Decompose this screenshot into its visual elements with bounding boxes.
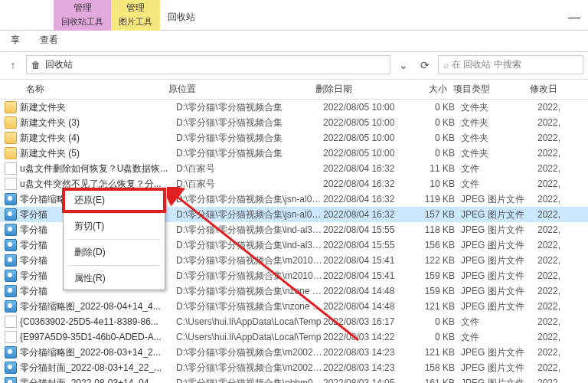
cell-type: JPEG 图片文件: [461, 270, 537, 283]
toolbar-view[interactable]: 查看: [40, 34, 58, 47]
cell-mod: 2022,: [537, 117, 583, 128]
header-type[interactable]: 项目类型: [453, 83, 530, 96]
cell-type: JPEG 图片文件: [461, 239, 537, 252]
search-input[interactable]: ⌕ 在 回收站 中搜索: [438, 55, 583, 74]
cell-date: 2022/08/04 16:32: [323, 194, 415, 205]
table-row[interactable]: {E997A5D9-35D1-46b0-ADED-A...C:\Users\hu…: [0, 329, 588, 345]
cell-size: 0 KB: [415, 117, 461, 128]
cell-location: D:\零分猫\零分猫视频合集\m2010j19sc...: [176, 254, 323, 267]
ctx-props[interactable]: 属性(R): [64, 267, 165, 290]
minimize-icon[interactable]: —: [560, 0, 588, 28]
cell-name: 零分猫缩略图_2022-08-04+14_4...: [20, 300, 176, 313]
cell-date: 2022/08/04 15:41: [323, 255, 415, 266]
cell-name: 零分猫缩略图_2022-08-03+14_2...: [20, 346, 176, 359]
cell-size: 0 KB: [415, 148, 461, 159]
cell-type: JPEG 图片文件: [461, 285, 537, 298]
cell-mod: 2022,: [537, 301, 583, 312]
up-icon[interactable]: ↑: [5, 59, 21, 71]
cell-size: 158 KB: [415, 362, 461, 373]
context-menu: 还原(E) 剪切(T) 删除(D) 属性(R): [63, 188, 165, 290]
image-icon: [5, 346, 17, 358]
image-icon: [5, 285, 17, 297]
cell-mod: 2022,: [537, 194, 583, 205]
cell-location: C:\Users\hui.li\AppData\Local\Temp: [176, 332, 323, 342]
cell-type: 文件夹: [461, 147, 537, 160]
toolbar-share[interactable]: 享: [11, 34, 20, 47]
cell-location: C:\Users\hui.li\AppData\Local\Temp: [176, 316, 323, 327]
ribbon-tab-recycle[interactable]: 回收站: [160, 0, 203, 27]
table-row[interactable]: 零分猫缩略图_2022-08-03+14_2...D:\零分猫\零分猫视频合集\…: [0, 345, 588, 360]
table-row[interactable]: 新建文件夹D:\零分猫\零分猫视频合集2022/08/05 10:000 KB文…: [0, 100, 588, 115]
cell-size: 122 KB: [415, 255, 461, 266]
header-name[interactable]: 名称: [5, 83, 168, 96]
folder-icon: [5, 147, 17, 159]
ctx-separator: [68, 213, 160, 214]
cell-date: 2022/08/03 16:17: [323, 316, 415, 327]
cell-mod: 2022,: [537, 286, 583, 296]
cell-mod: 2022,: [537, 255, 583, 266]
header-date[interactable]: 删除日期: [315, 83, 407, 96]
cell-location: D:\零分猫\零分猫视频合集: [176, 132, 323, 145]
breadcrumb[interactable]: 🗑 回收站: [26, 55, 390, 74]
cell-type: 文件: [461, 331, 537, 344]
cell-type: JPEG 图片文件: [461, 224, 537, 237]
cell-type: 文件夹: [461, 132, 537, 145]
cell-date: 2022/08/04 15:55: [323, 240, 415, 250]
ribbon-tab-manage2[interactable]: 管理 图片工具: [111, 0, 160, 31]
cell-date: 2022/08/05 10:00: [323, 117, 415, 128]
image-icon: [5, 300, 17, 313]
table-row[interactable]: 零分猫封面_2022-08-03+14_04_...D:\零分猫\零分猫视频合集…: [0, 375, 588, 383]
header-modified[interactable]: 修改日: [530, 83, 583, 96]
table-row[interactable]: 新建文件夹 (5)D:\零分猫\零分猫视频合集2022/08/05 10:000…: [0, 146, 588, 161]
cell-name: {C0363902-25D5-4e11-8389-86...: [20, 316, 176, 327]
table-row[interactable]: u盘文件删除如何恢复？U盘数据恢...D:\百家号2022/08/04 16:3…: [0, 161, 588, 176]
ribbon-tab-label: 管理: [61, 2, 103, 15]
dropdown-icon[interactable]: ⌄: [395, 59, 412, 71]
cell-size: 0 KB: [415, 102, 461, 113]
cell-date: 2022/08/04 14:48: [323, 286, 415, 296]
nav-row: ↑ 🗑 回收站 ⌄ ⟳ ⌕ 在 回收站 中搜索: [0, 52, 588, 80]
column-headers: 名称 原位置 删除日期 大小 项目类型 修改日: [0, 80, 588, 100]
cell-date: 2022/08/04 16:32: [323, 163, 415, 174]
header-size[interactable]: 大小: [407, 83, 453, 96]
ctx-cut[interactable]: 剪切(T): [64, 215, 165, 237]
ribbon-tab-manage1[interactable]: 管理 回收站工具: [54, 0, 111, 31]
ribbon-spacer: [0, 0, 54, 14]
cell-name: 新建文件夹: [20, 101, 176, 114]
cell-type: JPEG 图片文件: [461, 254, 537, 267]
ctx-restore[interactable]: 还原(E): [64, 189, 165, 211]
cell-mod: 2022,: [537, 133, 583, 143]
table-row[interactable]: 新建文件夹 (3)D:\零分猫\零分猫视频合集2022/08/05 10:000…: [0, 115, 588, 130]
cell-mod: 2022,: [537, 224, 583, 235]
cell-size: 121 KB: [415, 347, 461, 358]
cell-mod: 2022,: [537, 347, 583, 358]
cell-size: 121 KB: [415, 301, 461, 312]
cell-mod: 2022,: [537, 102, 583, 113]
header-location[interactable]: 原位置: [168, 83, 315, 96]
ribbon-tab-label: 管理: [119, 2, 152, 15]
cell-size: 159 KB: [415, 270, 461, 281]
cell-size: 11 KB: [415, 163, 461, 174]
cell-mod: 2022,: [537, 332, 583, 342]
table-row[interactable]: 零分猫封面_2022-08-03+14_22_...D:\零分猫\零分猫视频合集…: [0, 360, 588, 375]
cell-name: 零分猫封面_2022-08-03+14_22_...: [20, 362, 176, 375]
folder-icon: [5, 116, 17, 129]
folder-icon: [5, 101, 17, 113]
cell-location: D:\零分猫\零分猫视频合集\jsn-al00a是...: [176, 208, 323, 221]
table-row[interactable]: 新建文件夹 (4)D:\零分猫\零分猫视频合集2022/08/05 10:000…: [0, 130, 588, 146]
cell-type: JPEG 图片文件: [461, 208, 537, 221]
refresh-icon[interactable]: ⟳: [416, 59, 433, 71]
cell-location: D:\零分猫\零分猫视频合集\m2002j9e是...: [176, 362, 323, 375]
cell-size: 119 KB: [415, 194, 461, 205]
breadcrumb-text: 回收站: [45, 58, 73, 71]
table-row[interactable]: {C0363902-25D5-4e11-8389-86...C:\Users\h…: [0, 314, 588, 329]
cell-size: 0 KB: [415, 316, 461, 327]
ribbon: 管理 回收站工具 管理 图片工具 回收站 —: [0, 0, 588, 31]
cell-type: 文件: [461, 162, 537, 175]
ctx-delete[interactable]: 删除(D): [64, 241, 165, 264]
cell-size: 156 KB: [415, 240, 461, 250]
cell-date: 2022/08/05 10:00: [323, 148, 415, 159]
cell-type: JPEG 图片文件: [461, 193, 537, 206]
table-row[interactable]: 零分猫缩略图_2022-08-04+14_4...D:\零分猫\零分猫视频合集\…: [0, 299, 588, 314]
cell-mod: 2022,: [537, 362, 583, 373]
